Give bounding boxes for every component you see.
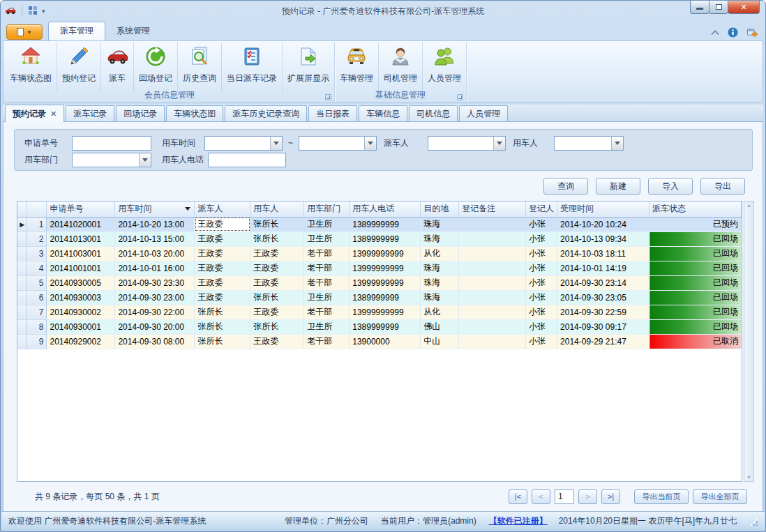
column-header-phone[interactable]: 用车人电话: [350, 202, 421, 217]
cell-order_no[interactable]: 20141020001: [47, 217, 115, 231]
cell-status[interactable]: 已取消: [649, 334, 742, 349]
row-indicator[interactable]: ▶: [17, 217, 27, 231]
vertical-scrollbar[interactable]: ▲ ▼: [744, 201, 754, 482]
cell-status[interactable]: 已回场: [649, 231, 742, 246]
column-header-dept[interactable]: 用车部门: [304, 202, 350, 217]
scroll-up-icon[interactable]: ▲: [746, 203, 751, 208]
table-row[interactable]: 3201410030012014-10-03 20:00王政委王政委老干部139…: [17, 246, 742, 261]
cell-status[interactable]: 已回场: [649, 246, 742, 261]
quick-access-dropdown-icon[interactable]: ▾: [42, 8, 45, 15]
table-row[interactable]: 4201410010012014-10-01 16:00王政委王政委老干部139…: [17, 261, 742, 275]
cell-registrar[interactable]: 小张: [526, 217, 557, 231]
tab-close-icon[interactable]: ✕: [50, 109, 57, 119]
cell-accept_time[interactable]: 2014-09-30 09:17: [557, 319, 649, 334]
page-number-input[interactable]: [555, 489, 574, 504]
switch-window-icon[interactable]: [746, 27, 758, 38]
table-row[interactable]: 2201410130012014-10-13 15:00王政委张所长卫生所138…: [17, 231, 742, 246]
cell-phone[interactable]: 13999999999: [350, 305, 421, 319]
cell-order_no[interactable]: 20140930003: [47, 290, 115, 305]
cell-order_no[interactable]: 20140930002: [47, 305, 115, 319]
row-number[interactable]: 4: [27, 261, 47, 275]
chevron-down-icon[interactable]: [364, 137, 376, 150]
license-registered-link[interactable]: 【软件已注册】: [489, 515, 548, 527]
cell-user[interactable]: 王政委: [250, 305, 304, 319]
vehicle-manage-button[interactable]: 车辆管理: [335, 43, 379, 91]
cell-dispatcher[interactable]: 王政委: [195, 275, 250, 290]
cell-order_no[interactable]: 20141001001: [47, 261, 115, 275]
row-number[interactable]: 7: [27, 305, 47, 319]
cell-accept_time[interactable]: 2014-10-20 10:24: [557, 217, 649, 231]
row-indicator[interactable]: [17, 275, 27, 290]
cell-phone[interactable]: 1389999999: [350, 290, 421, 305]
cell-destination[interactable]: 从化: [421, 305, 459, 319]
cell-phone[interactable]: 13999999999: [350, 261, 421, 275]
doc-tab-5[interactable]: 当日报表: [308, 105, 357, 121]
row-number[interactable]: 9: [27, 334, 47, 349]
daily-dispatch-record-button[interactable]: 当日派车记录: [222, 43, 283, 91]
cell-destination[interactable]: 珠海: [421, 261, 459, 275]
history-query-button[interactable]: 历史查询: [178, 43, 222, 91]
row-number[interactable]: 5: [27, 275, 47, 290]
cell-registrar[interactable]: 小张: [526, 305, 557, 319]
cell-dept[interactable]: 老干部: [304, 305, 350, 319]
cell-destination[interactable]: 中山: [421, 334, 459, 349]
doc-tab-1[interactable]: 派车记录: [66, 105, 114, 121]
cell-destination[interactable]: 佛山: [421, 319, 459, 334]
cell-order_no[interactable]: 20141013001: [47, 231, 115, 246]
cell-use_time[interactable]: 2014-09-30 20:00: [115, 319, 195, 334]
cell-destination[interactable]: 珠海: [421, 217, 459, 231]
cell-status[interactable]: 已回场: [649, 319, 742, 334]
row-indicator[interactable]: [17, 290, 27, 305]
table-row[interactable]: ▶1201410200012014-10-20 13:00王政委张所长卫生所13…: [17, 217, 742, 231]
cell-accept_time[interactable]: 2014-09-29 21:47: [557, 334, 649, 349]
cell-dept[interactable]: 老干部: [304, 246, 350, 261]
cell-reg_note[interactable]: [459, 275, 526, 290]
cell-order_no[interactable]: 20140930001: [47, 319, 115, 334]
cell-order_no[interactable]: 20140929002: [47, 334, 115, 349]
cell-destination[interactable]: 从化: [421, 246, 459, 261]
cell-registrar[interactable]: 小张: [526, 231, 557, 246]
cell-user[interactable]: 张所长: [250, 290, 304, 305]
column-filter-icon[interactable]: [185, 207, 190, 211]
column-header-order_no[interactable]: 申请单号: [47, 202, 115, 217]
column-header-dispatcher[interactable]: 派车人: [195, 202, 250, 217]
prev-page-button[interactable]: <: [532, 489, 550, 504]
cell-accept_time[interactable]: 2014-09-30 23:14: [557, 275, 649, 290]
cell-status[interactable]: 已回场: [649, 290, 742, 305]
cell-use_time[interactable]: 2014-10-03 20:00: [115, 246, 195, 261]
close-button[interactable]: ✕: [728, 1, 760, 14]
table-row[interactable]: 8201409300012014-09-30 20:00张所长张所长卫生所138…: [17, 319, 742, 334]
doc-tab-3[interactable]: 车辆状态图: [166, 105, 223, 121]
row-number[interactable]: 6: [27, 290, 47, 305]
row-indicator[interactable]: [17, 246, 27, 261]
cell-dispatcher[interactable]: 王政委: [195, 261, 250, 275]
last-page-button[interactable]: >|: [601, 489, 620, 504]
cell-phone[interactable]: 1389999999: [350, 319, 421, 334]
maximize-button[interactable]: [709, 1, 728, 14]
cell-dispatcher[interactable]: 王政委: [195, 246, 250, 261]
cell-dept[interactable]: 老干部: [304, 261, 350, 275]
row-number[interactable]: 1: [27, 217, 47, 231]
cell-use_time[interactable]: 2014-10-01 16:00: [115, 261, 195, 275]
chevron-down-icon[interactable]: [493, 137, 505, 150]
column-header-indicator[interactable]: [17, 202, 27, 217]
cell-reg_note[interactable]: [459, 290, 526, 305]
dialog-launcher-icon[interactable]: [325, 94, 331, 100]
cell-dispatcher[interactable]: 王政委: [195, 290, 250, 305]
cell-dispatcher[interactable]: 张所长: [195, 334, 250, 349]
cell-dept[interactable]: 卫生所: [304, 217, 350, 231]
cell-accept_time[interactable]: 2014-10-03 18:11: [557, 246, 649, 261]
cell-phone[interactable]: 1389999999: [350, 217, 421, 231]
table-row[interactable]: 6201409300032014-09-30 23:00王政委张所长卫生所138…: [17, 290, 742, 305]
chevron-down-icon[interactable]: [270, 137, 282, 150]
export-button[interactable]: 导出: [700, 178, 745, 195]
cell-use_time[interactable]: 2014-09-30 08:00: [115, 334, 195, 349]
column-header-user[interactable]: 用车人: [250, 202, 304, 217]
cell-user[interactable]: 王政委: [250, 246, 304, 261]
cell-use_time[interactable]: 2014-09-30 23:30: [115, 275, 195, 290]
cell-user[interactable]: 张所长: [250, 217, 304, 231]
export-all-pages-button[interactable]: 导出全部页: [693, 489, 747, 504]
cell-phone[interactable]: 13900000: [350, 334, 421, 349]
row-indicator[interactable]: [17, 334, 27, 349]
column-header-reg_note[interactable]: 登记备注: [459, 202, 526, 217]
